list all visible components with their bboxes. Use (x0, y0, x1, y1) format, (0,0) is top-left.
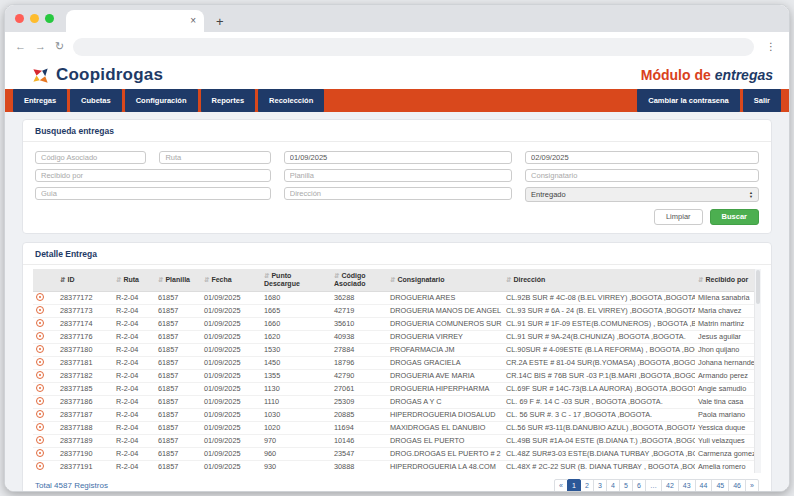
app-header: Coopidrogas Módulo de entregas (5, 61, 789, 89)
cell-ruta: R-2-04 (113, 408, 155, 421)
cell-planilla: 61857 (155, 447, 201, 460)
sort-icon[interactable]: ⇵ (264, 272, 269, 279)
browser-menu-icon[interactable]: ⋮ (763, 41, 779, 52)
buscar-button[interactable]: Buscar (710, 209, 759, 225)
history-icon[interactable] (36, 410, 44, 418)
history-icon[interactable] (36, 436, 44, 444)
forward-icon[interactable]: → (35, 41, 46, 52)
codigo-asociado-input[interactable] (35, 151, 146, 164)
close-tab-icon[interactable]: × (190, 16, 196, 26)
cell-codigo-asociado: 42790 (331, 369, 387, 382)
column-header-direccion[interactable]: ⇵Dirección (503, 269, 695, 292)
table-row: 28377187R-2-046185701/09/2025103020885HI… (33, 408, 761, 421)
cell-planilla: 61857 (155, 434, 201, 447)
column-header-codigo-asociado[interactable]: ⇵Código Asociado (331, 269, 387, 292)
maximize-window-button[interactable] (45, 14, 54, 23)
column-header-fecha[interactable]: ⇵Fecha (201, 269, 261, 292)
history-icon[interactable] (36, 371, 44, 379)
cell-consignatario: DROGUERIA VIRREY (387, 330, 503, 343)
cell-planilla: 61857 (155, 382, 201, 395)
guia-input[interactable] (35, 187, 271, 200)
cell-punto-descargue: 1450 (261, 356, 331, 369)
fecha-hasta-input[interactable] (525, 151, 759, 164)
reload-icon[interactable]: ↻ (55, 41, 64, 52)
nav-item-salir[interactable]: Salir (743, 89, 781, 112)
sort-icon[interactable]: ⇵ (390, 276, 395, 283)
cell-id: 28377188 (57, 421, 113, 434)
page-button-6[interactable]: 6 (632, 479, 646, 492)
pagination: «123456…4243444546» (554, 479, 759, 492)
cell-consignatario: PROFARMACIA JM (387, 343, 503, 356)
fecha-desde-input[interactable] (284, 151, 512, 164)
history-icon[interactable] (36, 384, 44, 392)
estado-select[interactable]: Entregado ▲▼ (525, 187, 759, 202)
nav-item-entregas[interactable]: Entregas (13, 89, 67, 112)
history-icon[interactable] (36, 397, 44, 405)
history-icon[interactable] (36, 293, 44, 301)
history-icon[interactable] (36, 306, 44, 314)
cell-id: 28377172 (57, 291, 113, 304)
nav-item-reportes[interactable]: Reportes (201, 89, 256, 112)
cell-ruta: R-2-04 (113, 291, 155, 304)
sort-icon[interactable]: ⇵ (506, 276, 511, 283)
column-label: Fecha (211, 276, 231, 283)
history-icon[interactable] (36, 358, 44, 366)
cell-recibido-por: Paola mariano (695, 408, 761, 421)
pagination-prev[interactable]: « (554, 479, 568, 492)
table-row: 28377173R-2-046185701/09/2025166542719DR… (33, 304, 761, 317)
browser-tab[interactable]: × (66, 10, 204, 32)
nav-item-recoleccion[interactable]: Recolección (258, 89, 324, 112)
sort-icon[interactable]: ⇵ (204, 276, 209, 283)
page-button-2[interactable]: 2 (580, 479, 594, 492)
sort-icon[interactable]: ⇵ (158, 276, 163, 283)
cell-consignatario: DROGUERIA AVE MARIA (387, 369, 503, 382)
history-icon[interactable] (36, 319, 44, 327)
ruta-input[interactable] (159, 151, 270, 164)
sort-icon[interactable]: ⇵ (116, 276, 121, 283)
history-icon[interactable] (36, 345, 44, 353)
page-button-4[interactable]: 4 (606, 479, 620, 492)
cell-recibido-por: Maria chavez (695, 304, 761, 317)
history-icon[interactable] (36, 449, 44, 457)
table-row: 28377185R-2-046185701/09/2025113027061DR… (33, 382, 761, 395)
page-button-1[interactable]: 1 (567, 479, 581, 492)
recibido-por-input[interactable] (35, 169, 271, 182)
column-header-consignatario[interactable]: ⇵Consignatario (387, 269, 503, 292)
nav-item-cubetas[interactable]: Cubetas (70, 89, 122, 112)
table-scrollbar[interactable] (754, 269, 761, 473)
close-window-button[interactable] (15, 14, 24, 23)
column-header-punto-descargue[interactable]: ⇵Punto Descargue (261, 269, 331, 292)
column-header-ruta[interactable]: ⇵Ruta (113, 269, 155, 292)
page-button-3[interactable]: 3 (593, 479, 607, 492)
column-header-planilla[interactable]: ⇵Planilla (155, 269, 201, 292)
minimize-window-button[interactable] (30, 14, 39, 23)
page-button-46[interactable]: 46 (728, 479, 746, 492)
history-icon[interactable] (36, 462, 44, 470)
sort-icon[interactable]: ⇵ (334, 272, 339, 279)
planilla-input[interactable] (284, 169, 512, 182)
limpiar-button[interactable]: Limpiar (654, 209, 703, 225)
nav-item-configuracion[interactable]: Configuración (125, 89, 198, 112)
sort-icon[interactable]: ⇵ (698, 276, 703, 283)
column-header-id[interactable]: ⇵ID (57, 269, 113, 292)
page-button-45[interactable]: 45 (711, 479, 729, 492)
pagination-next[interactable]: » (745, 479, 759, 492)
page-button-43[interactable]: 43 (678, 479, 696, 492)
url-input[interactable] (73, 38, 754, 56)
cell-recibido-por: Vale tina casa (695, 395, 761, 408)
sort-icon[interactable]: ⇵ (60, 276, 65, 283)
new-tab-button[interactable]: + (216, 14, 224, 32)
page-button-44[interactable]: 44 (695, 479, 713, 492)
column-header-recibido-por[interactable]: ⇵Recibido por (695, 269, 761, 292)
nav-item-cambiar-la-contrasena[interactable]: Cambiar la contrasena (637, 89, 739, 112)
cell-direccion: CL.90SUR # 4-09ESTE (B.LA REFORMA) , BOG… (503, 343, 695, 356)
cell-history (33, 291, 57, 304)
page-button-42[interactable]: 42 (661, 479, 679, 492)
consignatario-input[interactable] (525, 169, 759, 182)
history-icon[interactable] (36, 332, 44, 340)
back-icon[interactable]: ← (15, 41, 26, 52)
direccion-input[interactable] (284, 187, 512, 200)
history-icon[interactable] (36, 423, 44, 431)
cell-history (33, 460, 57, 473)
page-button-5[interactable]: 5 (619, 479, 633, 492)
